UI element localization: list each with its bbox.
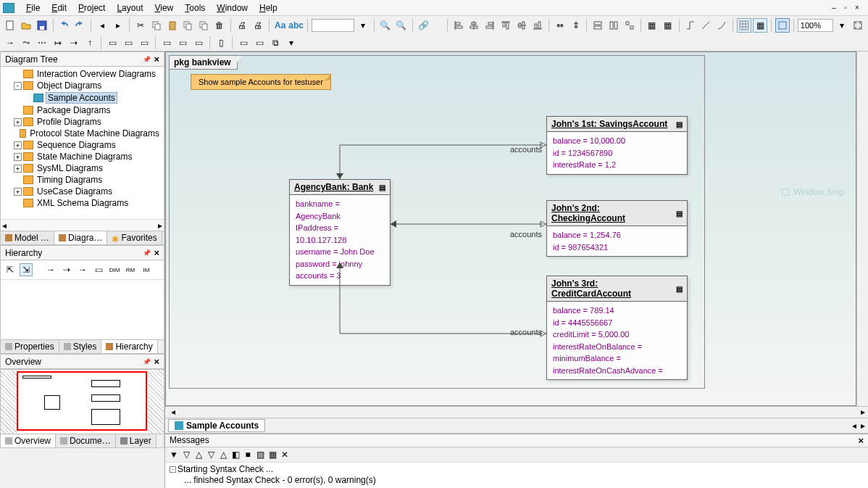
tree-item[interactable]: Sample Accounts [1,91,164,104]
copy2-icon[interactable] [181,18,196,33]
tab-documentation[interactable]: Docume… [56,434,116,447]
same-size-icon[interactable] [622,18,637,33]
search-icon[interactable]: 🔍 [378,18,393,33]
compartment-icon[interactable]: ▤ [676,210,683,218]
horizontal-scrollbar[interactable]: ◂ ▸ [165,406,868,418]
paste-icon[interactable] [165,18,180,33]
shape1-icon[interactable]: ▭ [105,36,120,50]
zoom-fit-icon[interactable] [851,18,865,33]
overview-minimap[interactable] [0,369,164,434]
msg-sq1-icon[interactable]: ◧ [230,449,241,460]
arrow6-icon[interactable]: ↑ [83,36,97,50]
msg-sq2-icon[interactable]: ■ [242,449,254,460]
msg-tri1-icon[interactable]: ▽ [180,449,192,460]
close-panel-icon[interactable] [154,247,159,258]
print-icon[interactable]: 🖨 [235,18,249,33]
mode-icon[interactable] [775,18,790,33]
scroll-right-icon[interactable]: ▸ [158,220,162,231]
line-style3-icon[interactable] [714,18,729,33]
shape4-icon[interactable]: ▭ [159,36,174,50]
tab-layer[interactable]: Layer [116,434,157,447]
hier-rm-icon[interactable]: RM [124,263,137,276]
menu-layout[interactable]: Layout [111,1,149,15]
combo-blank[interactable] [312,19,355,32]
hier-arrow1-icon[interactable]: → [44,263,57,276]
hier-arrow3-icon[interactable]: → [76,263,89,276]
tab-model[interactable]: Model … [1,231,54,244]
zoom-dropdown-icon[interactable]: ▾ [835,18,849,33]
msg-tri2-icon[interactable]: △ [193,449,204,460]
shape8-icon[interactable]: ▭ [236,36,251,50]
hier-dim-icon[interactable]: DIM [108,263,121,276]
uml-object-checking[interactable]: John's 2nd: CheckingAccount▤ balance = 1… [546,200,688,257]
msg-clear-icon[interactable]: ✕ [279,449,291,460]
shape11-icon[interactable]: ▾ [284,36,299,50]
space-h-icon[interactable]: ⇔ [553,18,567,33]
tab-diagram[interactable]: Diagra… [54,231,107,244]
tree-expand-icon[interactable]: + [14,141,22,149]
tree-item[interactable]: +Profile Diagrams [1,116,164,128]
shape10-icon[interactable]: ⧉ [268,36,283,50]
scroll-h-left-icon[interactable]: ◂ [171,407,175,417]
arrow1-icon[interactable]: → [3,36,17,50]
new-icon[interactable] [3,18,17,33]
msg-filter-icon[interactable]: ▼ [168,449,180,460]
shape9-icon[interactable]: ▭ [252,36,267,50]
compartment-icon[interactable]: ▤ [676,120,683,128]
snap-toggle-icon[interactable]: ▦ [753,18,767,33]
scroll-h-right-icon[interactable]: ▸ [861,407,865,417]
tree-expand-icon[interactable]: + [14,153,22,161]
layout-grid-icon[interactable]: ▦ [645,18,659,33]
tree-item[interactable]: Protocol State Machine Diagrams [1,128,164,139]
hier-btn1-icon[interactable]: ⇱ [4,263,17,276]
menu-tools[interactable]: Tools [179,1,211,15]
shape5-icon[interactable]: ▭ [175,36,190,50]
same-height-icon[interactable] [606,18,621,33]
menu-edit[interactable]: Edit [46,1,72,15]
layout-snap-icon[interactable]: ▦ [661,18,675,33]
tree-item[interactable]: XML Schema Diagrams [1,197,164,209]
doc-nav-left-icon[interactable]: ◂ [852,421,856,431]
tree-item[interactable]: +UseCase Diagrams [1,186,164,197]
tree-item[interactable]: Package Diagrams [1,104,164,116]
close-messages-icon[interactable] [858,435,864,446]
link-icon[interactable]: 🔗 [417,18,431,33]
hier-im-icon[interactable]: IM [140,263,153,276]
menu-file[interactable]: File [20,1,46,15]
msg-sq4-icon[interactable]: ▦ [267,449,278,460]
find-b-icon[interactable]: abc [289,18,304,33]
grid-toggle-icon[interactable] [737,18,751,33]
tab-favorites[interactable]: ✱Favorites [107,231,162,244]
next-icon[interactable]: ▸ [111,18,125,33]
uml-object-bank[interactable]: AgencyBank: Bank▤ bankname = AgencyBankI… [289,179,391,286]
delete-icon[interactable]: 🗑 [212,18,227,33]
tab-properties[interactable]: Properties [1,340,59,353]
print2-icon[interactable]: 🖨 [251,18,265,33]
menu-help[interactable]: Help [254,1,283,15]
msg-tri3-icon[interactable]: ▽ [205,449,217,460]
menu-view[interactable]: View [149,1,179,15]
save-icon[interactable] [35,18,49,33]
shape7-icon[interactable]: ▯ [214,36,228,50]
open-icon[interactable] [19,18,33,33]
uml-object-credit[interactable]: John's 3rd: CreditCardAccount▤ balance =… [546,276,688,380]
compartment-icon[interactable]: ▤ [676,285,683,293]
line-style1-icon[interactable] [683,18,698,33]
shape6-icon[interactable]: ▭ [191,36,206,50]
align-right-icon[interactable] [483,18,497,33]
align-bottom-icon[interactable] [530,18,545,33]
msg-tri4-icon[interactable]: △ [217,449,229,460]
minimize-icon[interactable]: – [829,4,839,12]
msg-expand-icon[interactable]: - [170,466,176,473]
align-center-h-icon[interactable] [467,18,481,33]
tree-item[interactable]: +Sequence Diagrams [1,139,164,151]
restore-icon[interactable]: ▫ [840,4,851,12]
diagram-canvas[interactable]: pkg bankview Show sample Accounts for te… [165,51,856,406]
close-icon[interactable]: × [852,4,862,12]
pin-icon[interactable] [143,54,151,65]
arrow2-icon[interactable]: ⤳ [19,36,33,50]
align-left-icon[interactable] [451,18,466,33]
tree-item[interactable]: +State Machine Diagrams [1,151,164,162]
tree-expand-icon[interactable]: + [14,118,22,126]
find-a-icon[interactable]: Aa [273,18,288,33]
